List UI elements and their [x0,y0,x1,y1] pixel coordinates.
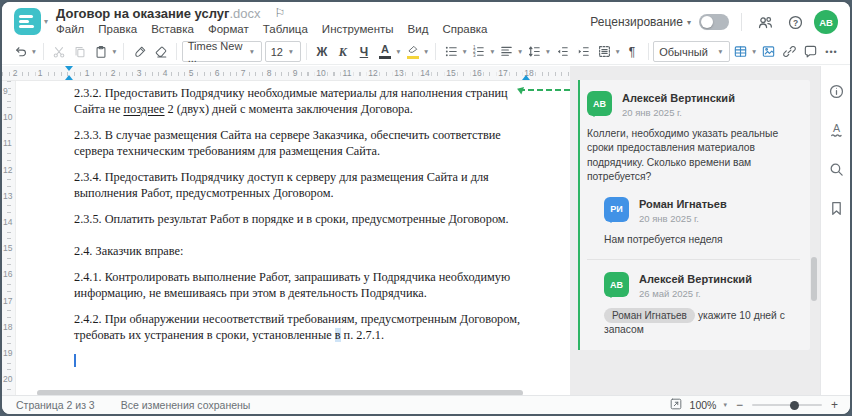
comment-reply[interactable]: РИРоман Игнатьев20 янв 2025 г.Нам потреб… [604,197,800,247]
font-color-button[interactable]: А [374,41,395,62]
format-painter-button[interactable] [129,41,150,62]
zoom-out-button[interactable]: − [734,399,745,411]
paragraph: 2.4. Заказчик вправе: [74,244,540,260]
paste-caret-icon[interactable]: ▾ [113,47,117,56]
user-avatar[interactable]: АВ [814,10,838,34]
ruler-number: 19 [3,347,12,359]
ruler-number: 5 [187,68,196,79]
menu-item-0[interactable]: Файл [56,23,84,35]
document-text: 2.3.2. Предоставить Подрядчику необходим… [74,86,540,354]
comment[interactable]: АВАлексей Вертинский20 янв 2025 г.Коллег… [587,91,800,185]
help-icon[interactable]: ? [784,11,806,33]
nonprinting-chars-button[interactable]: ¶ [622,41,643,62]
ruler-number: 16 [470,68,483,79]
avatar: АВ [587,91,612,116]
more-tools-button[interactable]: ••• [821,41,842,62]
app-logo-icon[interactable] [14,8,41,35]
horizontal-ruler[interactable]: 21123456789101112131415161718 [2,66,570,81]
zoom-slider[interactable] [752,404,822,406]
paragraph: 2.3.2. Предоставить Подрядчику необходим… [74,86,540,117]
ruler-number: 2 [109,68,118,79]
zoom-caret-icon[interactable]: ▾ [723,401,727,409]
comment-divider [587,259,800,260]
document-page[interactable]: 2.3.2. Предоставить Подрядчику необходим… [16,81,570,395]
highlight-caret-icon[interactable]: ▾ [424,47,428,56]
document-extension: .docx [229,6,260,21]
indent-marker-left-bottom[interactable] [65,71,73,80]
paragraph-settings-caret-icon[interactable]: ▾ [616,47,620,56]
bullet-list-caret-icon[interactable]: ▾ [463,47,467,56]
copy-button[interactable] [70,41,91,62]
indent-marker-right[interactable] [522,71,530,80]
review-caret-icon[interactable]: ▾ [687,18,691,27]
insert-table-button[interactable] [730,41,751,62]
menu-item-4[interactable]: Таблица [263,23,308,35]
menu-item-5[interactable]: Инструменты [322,23,394,35]
paragraph: 2.4.1. Контролировать выполнение Работ, … [74,270,540,301]
menu-item-3[interactable]: Формат [208,23,249,35]
increase-indent-button[interactable] [573,41,594,62]
toolbar: ▾ ▾ Times New ...▾ 12▾ Ж К Ч А ▾ ▾ ▾ 123… [2,39,850,65]
numbered-list-button[interactable]: 123 [468,41,489,62]
insert-link-button[interactable] [779,41,800,62]
insert-table-caret-icon[interactable]: ▾ [752,47,756,56]
zoom-value[interactable]: 100% [690,399,717,411]
paragraph: 2.3.3. В случае размещения Сайта на серв… [74,128,540,159]
favorite-flag-icon[interactable]: ⚐ [275,6,286,20]
align-caret-icon[interactable]: ▾ [518,47,522,56]
zoom-slider-knob[interactable] [790,401,799,410]
paragraph-settings-button[interactable] [594,41,615,62]
comment-connector-line [519,89,570,91]
numbered-list-caret-icon[interactable]: ▾ [490,47,494,56]
highlight-button[interactable] [402,41,423,62]
menu-item-2[interactable]: Вставка [151,23,194,35]
mention-pill[interactable]: Роман Игнатьев [604,308,695,323]
comments-scrollbar[interactable] [811,257,817,301]
menu-item-7[interactable]: Справка [442,23,487,35]
comment-reply[interactable]: АВАлексей Вертинский26 май 2025 г.Роман … [604,272,800,338]
undo-caret-icon[interactable]: ▾ [32,47,36,56]
ruler-number: 14 [3,216,12,228]
style-select[interactable]: Обычный▾ [653,41,730,62]
ruler-number: 17 [3,295,12,307]
underline-button[interactable]: Ч [353,41,374,62]
bullet-list-button[interactable] [441,41,462,62]
ruler-number: 9 [3,85,8,97]
vertical-ruler[interactable]: 91011121314151617181920 [2,81,16,395]
bold-button[interactable]: Ж [311,41,332,62]
font-size-select[interactable]: 12▾ [265,41,301,62]
line-spacing-caret-icon[interactable]: ▾ [546,47,550,56]
zoom-in-button[interactable]: + [829,399,840,411]
review-toggle[interactable] [699,14,729,30]
comments-panel: АВАлексей Вертинский20 янв 2025 г.Коллег… [570,66,820,395]
ruler-number: 20 [3,373,12,385]
decrease-indent-button[interactable] [552,41,573,62]
font-name-select[interactable]: Times New ...▾ [182,41,262,62]
cut-button[interactable] [49,41,70,62]
ruler-number: 8 [265,68,274,79]
collaboration-users-icon[interactable] [754,11,776,33]
info-icon[interactable] [828,82,846,100]
undo-button[interactable] [10,41,31,62]
ruler-number: 4 [161,68,170,79]
menu-item-6[interactable]: Вид [408,23,429,35]
search-icon[interactable] [828,160,846,178]
svg-text:А: А [833,122,841,134]
italic-button[interactable]: К [332,41,353,62]
insert-comment-button[interactable] [800,41,821,62]
bookmark-icon[interactable] [828,199,846,217]
ruler-number: 6 [213,68,222,79]
comment-thread[interactable]: АВАлексей Вертинский20 янв 2025 г.Коллег… [578,80,810,350]
ruler-number: 17 [496,68,509,79]
menu-item-1[interactable]: Правка [98,23,137,35]
insert-image-button[interactable] [758,41,779,62]
font-color-caret-icon[interactable]: ▾ [396,47,400,56]
paste-button[interactable] [91,41,112,62]
line-spacing-button[interactable] [524,41,545,62]
fit-width-icon[interactable] [669,397,683,413]
logo-caret-icon[interactable]: ▾ [44,17,48,26]
clear-formatting-button[interactable] [150,41,171,62]
ruler-number: 15 [3,242,12,254]
spellcheck-icon[interactable]: А [828,121,846,139]
align-button[interactable] [496,41,517,62]
